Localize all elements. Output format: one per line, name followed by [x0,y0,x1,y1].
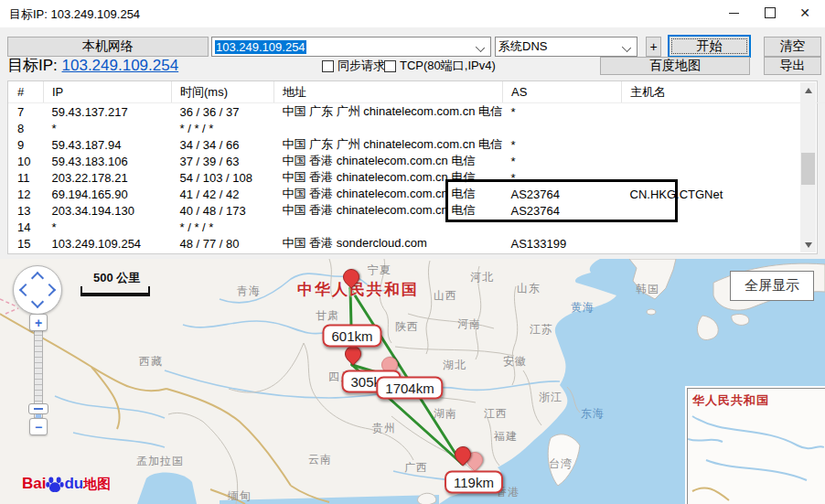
pan-right-icon[interactable] [43,284,56,296]
map-place-label: 陕西 [395,319,419,335]
cell-host [622,153,825,169]
ip-combobox-value: 103.249.109.254 [215,40,306,54]
cell-num: 11 [8,169,44,186]
table-row[interactable]: 10 59.43.183.106 37 / 39 / 63 中国 香港 chin… [8,153,825,169]
sync-request-label: 同步请求 [338,58,385,74]
map-scale: 500 公里 [80,270,150,296]
map-place-label: 宁夏 [368,263,391,278]
cell-host [622,235,825,252]
checkbox-icon[interactable] [322,60,334,72]
map-place-label: 青海 [237,284,261,299]
col-header-time[interactable]: 时间(ms) [172,81,274,103]
map-place-label: 湖南 [434,406,457,422]
scroll-down-icon[interactable] [800,237,816,252]
cell-num: 13 [8,202,44,219]
zoom-in-button[interactable]: + [29,314,48,331]
col-header-ip[interactable]: IP [44,81,172,103]
map-place-label: 孟加拉国 [136,454,184,469]
scale-label: 500 公里 [93,270,150,286]
map-place-label: 西藏 [139,354,163,370]
cell-host [622,136,825,153]
table-row[interactable]: 12 69.194.165.90 41 / 42 / 42 中国 香港 chin… [8,186,825,202]
clear-button[interactable]: 清空 [764,37,821,57]
window-title: 目标IP: 103.249.109.254 [9,6,140,23]
cell-ip: 59.43.187.94 [44,136,172,153]
cell-time: 41 / 42 / 42 [172,186,274,202]
table-row[interactable]: 7 59.43.137.217 36 / 36 / 37 中国 广东 广州 ch… [8,103,825,121]
col-header-location[interactable]: 地址 [274,81,503,103]
col-header-num[interactable]: # [8,81,44,103]
table-row[interactable]: 9 59.43.187.94 34 / 34 / 66 中国 广东 广州 chi… [8,136,825,153]
close-icon: ✕ [799,6,810,19]
cell-ip: 59.43.137.217 [44,103,172,121]
pan-down-icon[interactable] [31,295,44,308]
col-header-host[interactable]: 主机名 [622,81,825,103]
table-row[interactable]: 8 * * / * / * [8,120,825,136]
zoom-slider-thumb[interactable] [28,403,48,414]
table-row[interactable]: 13 203.34.194.130 40 / 48 / 173 中国 香港 ch… [8,202,825,219]
tcp-checkbox[interactable]: TCP(80端口,IPv4) [384,58,496,74]
pan-up-icon[interactable] [31,272,44,284]
chevron-down-icon[interactable] [622,43,631,52]
cell-ip: 203.22.178.21 [44,169,172,186]
baidu-map-canvas[interactable]: 青海西藏甘肃宁夏河北山东山西陕西河南江苏湖北安徽四川浙江湖南江西贵州云南广西福建… [0,259,825,504]
baidu-logo-du: du [64,475,83,493]
scrollbar-thumb[interactable] [801,153,815,185]
map-place-label: 缅甸 [228,488,252,504]
map-place-label: 福建 [494,429,518,445]
maximize-icon [765,7,776,18]
cell-ip: 103.249.109.254 [44,235,172,252]
minimize-button[interactable] [715,0,752,26]
inset-minimap[interactable]: 华人民共和国 [687,388,825,504]
baidu-map-button[interactable]: 百度地图 [600,57,750,75]
cell-time: 40 / 48 / 173 [172,202,274,219]
pan-left-icon[interactable] [19,284,32,296]
map-place-label: 云南 [308,452,332,467]
sync-request-checkbox[interactable]: 同步请求 [322,58,385,74]
table-row[interactable]: 11 203.22.178.21 54 / 103 / 108 中国 香港 ch… [8,169,825,186]
start-button[interactable]: 开始 [668,35,751,58]
add-ip-button[interactable]: + [646,37,661,57]
dns-combobox[interactable]: 系统DNS [495,37,638,57]
table-row[interactable]: 14 * * / * / * [8,219,825,235]
checkbox-icon[interactable] [384,60,396,72]
scroll-up-icon[interactable] [800,82,816,98]
zoom-out-button[interactable]: − [29,418,48,435]
cell-time: * / * / * [172,219,274,235]
cell-num: 15 [8,235,44,252]
cell-num: 8 [8,120,44,136]
maximize-button[interactable] [752,0,788,26]
table-header-row: # IP 时间(ms) 地址 AS 主机名 [8,81,825,103]
table-row[interactable]: 15 103.249.109.254 48 / 77 / 80 中国 香港 so… [8,235,825,252]
cell-ip: * [44,219,172,235]
target-ip-label: 目标IP: [7,57,58,74]
distance-label: 601km [322,325,381,348]
cell-ip: 69.194.165.90 [44,186,172,202]
traceroute-table: # IP 时间(ms) 地址 AS 主机名 7 59.43.137.217 36… [7,80,818,254]
map-place-label: 山西 [434,288,457,304]
ip-combobox[interactable]: 103.249.109.254 [211,37,491,57]
cell-host [622,120,825,136]
cell-num: 12 [8,186,44,202]
map-place-label: 河北 [470,270,494,285]
map-place-label: 广西 [404,460,428,476]
map-place-label: 河南 [457,316,481,332]
fullscreen-button[interactable]: 全屏显示 [730,271,814,301]
map-place-label: 浙江 [539,390,562,405]
map-place-label: 韩国 [636,282,659,297]
cell-num: 7 [8,103,44,121]
map-place-label: 东海 [581,406,605,422]
local-network-button[interactable]: 本机网络 [7,37,209,57]
cell-num: 10 [8,153,44,169]
col-header-as[interactable]: AS [503,81,622,103]
map-pan-control[interactable] [13,265,62,315]
chevron-down-icon[interactable] [476,43,485,52]
export-button[interactable]: 导出 [764,57,821,75]
table-scrollbar[interactable] [800,82,816,252]
close-button[interactable]: ✕ [787,0,823,26]
cell-location: 中国 香港 chinatelecom.com.cn 电信 [274,153,503,169]
map-place-label: 江西 [484,406,508,422]
target-ip-link[interactable]: 103.249.109.254 [62,57,179,74]
distance-label: 119km [445,471,503,494]
cell-time: 37 / 39 / 63 [172,153,274,169]
